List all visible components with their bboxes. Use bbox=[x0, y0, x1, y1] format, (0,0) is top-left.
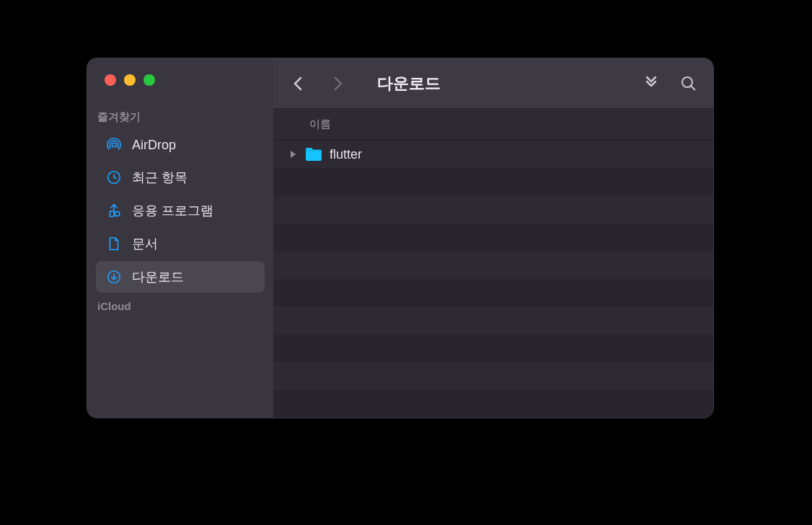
sidebar-item-label: 최근 항목 bbox=[132, 169, 187, 186]
apps-icon bbox=[106, 203, 122, 219]
sidebar-item-label: AirDrop bbox=[132, 138, 176, 153]
sidebar: 즐겨찾기 AirDrop bbox=[87, 58, 273, 418]
traffic-lights bbox=[87, 74, 273, 103]
file-list: flutter bbox=[273, 141, 713, 418]
svg-point-2 bbox=[115, 211, 119, 216]
list-row-empty bbox=[273, 306, 713, 334]
sidebar-section-favorites: 즐겨찾기 bbox=[87, 103, 273, 130]
svg-point-4 bbox=[682, 77, 692, 87]
list-row-empty bbox=[273, 279, 713, 306]
zoom-button[interactable] bbox=[144, 74, 155, 86]
main-content: 다운로드 이름 bbox=[273, 58, 713, 418]
column-header-name: 이름 bbox=[309, 118, 331, 131]
sidebar-item-label: 응용 프로그램 bbox=[132, 202, 213, 219]
list-row-empty bbox=[273, 224, 713, 251]
sidebar-item-applications[interactable]: 응용 프로그램 bbox=[96, 195, 265, 226]
list-header[interactable]: 이름 bbox=[273, 109, 713, 141]
list-row-empty bbox=[273, 390, 713, 418]
airdrop-icon bbox=[106, 137, 122, 153]
list-row-empty bbox=[273, 252, 713, 279]
sidebar-item-documents[interactable]: 문서 bbox=[96, 228, 265, 260]
finder-window: 즐겨찾기 AirDrop bbox=[87, 58, 714, 418]
sidebar-section-icloud: iCloud bbox=[87, 293, 273, 318]
close-button[interactable] bbox=[105, 74, 116, 86]
search-button[interactable] bbox=[677, 72, 700, 95]
document-icon bbox=[106, 236, 122, 252]
clock-icon bbox=[106, 169, 122, 185]
minimize-button[interactable] bbox=[124, 74, 136, 86]
sidebar-item-airdrop[interactable]: AirDrop bbox=[96, 130, 265, 160]
nav-buttons bbox=[286, 72, 350, 95]
list-row-empty bbox=[273, 335, 713, 362]
list-row-empty bbox=[273, 362, 713, 389]
sidebar-item-label: 다운로드 bbox=[132, 268, 184, 286]
sidebar-item-label: 문서 bbox=[132, 235, 158, 252]
list-item[interactable]: flutter bbox=[273, 141, 713, 168]
folder-icon bbox=[305, 146, 322, 162]
sidebar-item-downloads[interactable]: 다운로드 bbox=[96, 261, 265, 293]
toolbar: 다운로드 bbox=[273, 58, 713, 109]
disclosure-triangle[interactable] bbox=[288, 150, 298, 159]
download-icon bbox=[106, 269, 122, 285]
more-button[interactable] bbox=[640, 72, 663, 95]
sidebar-item-recents[interactable]: 최근 항목 bbox=[96, 162, 265, 193]
back-button[interactable] bbox=[286, 72, 309, 95]
svg-point-0 bbox=[112, 143, 116, 147]
list-row-empty bbox=[273, 196, 713, 224]
forward-button[interactable] bbox=[327, 72, 350, 95]
list-row-empty bbox=[273, 168, 713, 195]
window-title: 다운로드 bbox=[377, 73, 441, 94]
sidebar-items-favorites: AirDrop 최근 항목 bbox=[87, 130, 273, 293]
item-name: flutter bbox=[330, 147, 362, 162]
